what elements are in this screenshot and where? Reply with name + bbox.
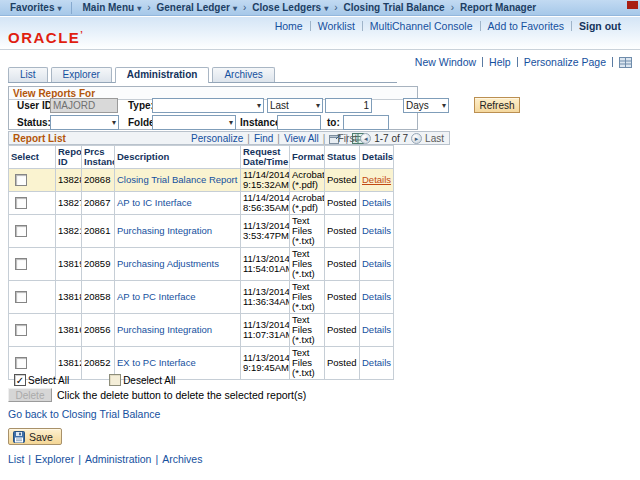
deselect-all-label[interactable]: Deselect All [123,375,175,386]
footer-explorer-link[interactable]: Explorer [35,453,74,465]
chevron-down-icon [137,4,141,13]
oracle-logo: ORACLE [8,29,84,46]
go-back-link[interactable]: Go back to Closing Trial Balance [8,408,160,420]
table-row: 13816 20856 Purchasing Integration 11/13… [9,314,394,347]
find-link[interactable]: Find [254,133,273,144]
tab-archives[interactable]: Archives [212,67,274,82]
details-link[interactable]: Details [362,174,391,185]
save-button[interactable]: Save [8,428,62,445]
details-link[interactable]: Details [362,291,391,302]
user-id-field[interactable] [50,98,118,113]
multichannel-console-link[interactable]: MultiChannel Console [363,20,480,32]
description-link[interactable]: Closing Trial Balance Report [117,174,237,185]
empty-checkbox-icon[interactable] [109,374,121,386]
breadcrumb-separator [241,2,248,13]
delete-button[interactable]: Delete [8,388,52,402]
divider [155,453,158,465]
row-select-checkbox[interactable] [15,291,27,303]
chevron-down-icon [112,118,116,127]
format-cell: Acrobat (*.pdf) [290,192,325,215]
help-link[interactable]: Help [489,56,511,68]
row-select-checkbox[interactable] [15,225,27,237]
row-select-checkbox[interactable] [15,324,27,336]
checked-checkbox-icon[interactable] [14,374,26,386]
personalize-page-link[interactable]: Personalize Page [524,56,606,68]
instance-to-field[interactable] [343,115,389,130]
to-label: to: [327,117,340,128]
chevron-down-icon [229,118,233,127]
worklist-link[interactable]: Worklist [311,20,362,32]
description-link[interactable]: AP to PC Interface [117,291,196,302]
view-all-link[interactable]: View All [284,133,319,144]
prcs-instance-cell: 20859 [82,248,115,281]
page-action-bar: New Window Help Personalize Page [415,56,632,68]
breadcrumb-report-manager[interactable]: Report Manager [456,2,540,13]
folder-select[interactable] [152,115,236,130]
select-cell [9,248,56,281]
next-page-icon[interactable]: ▸ [411,133,422,144]
report-id-cell: 13827 [56,192,82,215]
details-link[interactable]: Details [362,197,391,208]
details-cell: Details [360,215,394,248]
chevron-down-icon [324,4,328,13]
description-link[interactable]: EX to PC Interface [117,357,196,368]
table-row: 13827 20867 AP to IC Interface 11/14/201… [9,192,394,215]
footer-list-link[interactable]: List [8,453,24,465]
details-link[interactable]: Details [362,225,391,236]
grid-pagination: First ◂ 1-7 of 7 ▸ Last [338,133,444,144]
tab-explorer[interactable]: Explorer [51,67,112,82]
breadcrumb-divider [71,2,72,14]
description-cell: Purchasing Integration [115,215,241,248]
refresh-button[interactable]: Refresh [474,97,520,113]
type-select[interactable] [152,98,264,113]
select-cell [9,281,56,314]
breadcrumb: Favorites Main Menu General Ledger Close… [0,0,640,16]
previous-page-icon[interactable]: ◂ [360,133,371,144]
report-id-cell: 13828 [56,169,82,192]
footer-administration-link[interactable]: Administration [85,453,152,465]
row-select-checkbox[interactable] [15,258,27,270]
row-select-checkbox[interactable] [15,357,27,369]
personalize-grid-icon[interactable] [619,57,632,68]
days-select[interactable]: Days [403,98,449,113]
new-window-link[interactable]: New Window [415,56,476,68]
status-cell: Posted [325,314,360,347]
favorites-menu[interactable]: Favorites [6,2,65,13]
footer-archives-link[interactable]: Archives [162,453,202,465]
divider [482,57,483,67]
description-link[interactable]: AP to IC Interface [117,197,192,208]
col-format: Format [290,146,325,169]
status-select[interactable] [50,115,119,130]
description-link[interactable]: Purchasing Adjustments [117,258,219,269]
last-select[interactable]: Last [267,98,323,113]
select-all-label[interactable]: Select All [28,375,69,386]
breadcrumb-closing-trial-balance[interactable]: Closing Trial Balance [340,2,449,13]
prcs-instance-cell: 20856 [82,314,115,347]
sign-out-link[interactable]: Sign out [572,20,628,32]
main-menu[interactable]: Main Menu [78,2,145,13]
request-cell: 11/13/2014 11:36:34AM [241,281,290,314]
details-link[interactable]: Details [362,258,391,269]
pagination-last[interactable]: Last [425,133,444,144]
tab-administration[interactable]: Administration [115,67,210,83]
breadcrumb-close-ledgers[interactable]: Close Ledgers [248,2,332,13]
details-cell: Details [360,347,394,380]
pagination-first[interactable]: First [338,133,357,144]
status-label: Status: [17,117,51,128]
instance-from-field[interactable] [277,115,321,130]
description-link[interactable]: Purchasing Integration [117,324,212,335]
row-select-checkbox[interactable] [15,197,27,209]
col-description: Description [115,146,241,169]
details-link[interactable]: Details [362,357,391,368]
row-select-checkbox[interactable] [15,174,27,186]
breadcrumb-general-ledger[interactable]: General Ledger [153,2,241,13]
personalize-link[interactable]: Personalize [191,133,243,144]
tab-list[interactable]: List [8,67,48,82]
details-link[interactable]: Details [362,324,391,335]
home-link[interactable]: Home [268,20,310,32]
chevron-down-icon [442,101,446,110]
add-to-favorites-link[interactable]: Add to Favorites [481,20,571,32]
last-count-field[interactable] [325,98,372,113]
description-link[interactable]: Purchasing Integration [117,225,212,236]
details-cell: Details [360,314,394,347]
